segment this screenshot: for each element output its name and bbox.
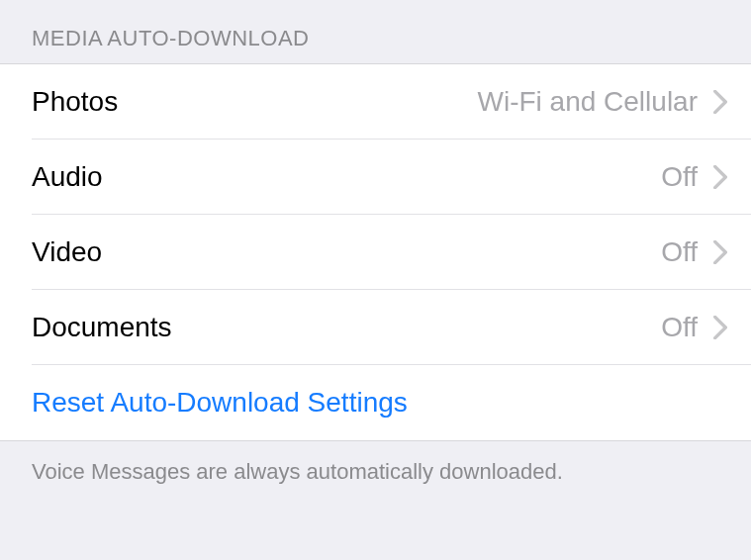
reset-auto-download-button[interactable]: Reset Auto-Download Settings xyxy=(0,365,751,440)
item-value: Off xyxy=(661,161,698,193)
chevron-right-icon xyxy=(713,90,727,114)
item-value: Wi-Fi and Cellular xyxy=(478,86,699,118)
chevron-right-icon xyxy=(713,316,727,339)
section-header: MEDIA AUTO-DOWNLOAD xyxy=(0,0,751,63)
item-value: Off xyxy=(661,312,698,343)
chevron-right-icon xyxy=(713,240,727,264)
item-value: Off xyxy=(661,236,698,268)
list-item-audio[interactable]: Audio Off xyxy=(0,140,751,215)
list-item-photos[interactable]: Photos Wi-Fi and Cellular xyxy=(0,64,751,140)
item-label: Documents xyxy=(32,312,661,343)
chevron-right-icon xyxy=(713,165,727,189)
item-label: Audio xyxy=(32,161,661,193)
settings-list: Photos Wi-Fi and Cellular Audio Off Vide… xyxy=(0,63,751,441)
item-label: Photos xyxy=(32,86,478,118)
section-footer: Voice Messages are always automatically … xyxy=(0,441,751,503)
list-item-video[interactable]: Video Off xyxy=(0,215,751,290)
list-item-documents[interactable]: Documents Off xyxy=(0,290,751,365)
reset-label: Reset Auto-Download Settings xyxy=(32,387,408,419)
item-label: Video xyxy=(32,236,661,268)
